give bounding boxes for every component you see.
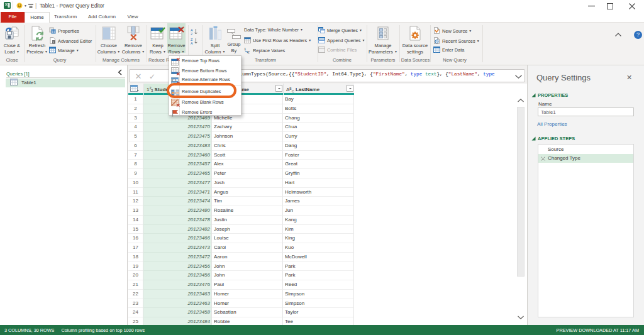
- svg-text:2: 2: [248, 50, 250, 53]
- svg-text:1: 1: [244, 47, 247, 51]
- svg-text:2: 2: [191, 32, 192, 35]
- svg-text:A: A: [191, 41, 193, 45]
